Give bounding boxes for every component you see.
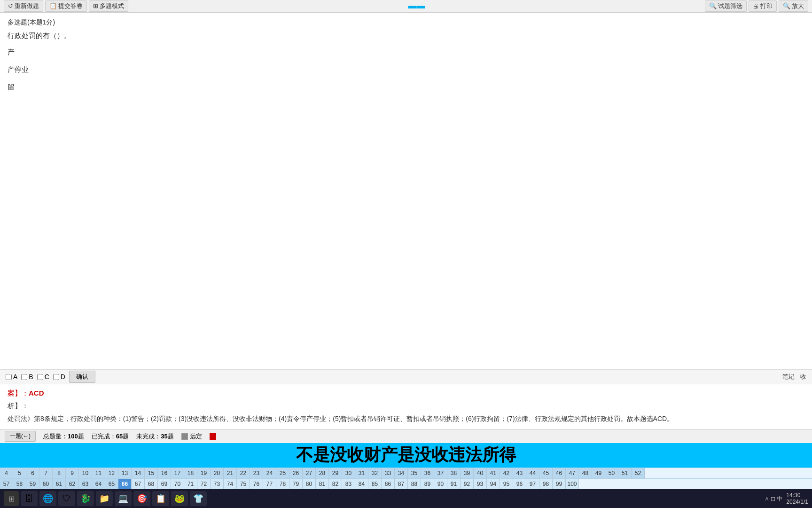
nav-num-35[interactable]: 35 <box>408 468 421 478</box>
nav-num-11[interactable]: 11 <box>92 468 105 478</box>
nav-num-98[interactable]: 98 <box>539 478 553 489</box>
nav-num-26[interactable]: 26 <box>289 468 303 478</box>
nav-num-30[interactable]: 30 <box>342 468 355 478</box>
nav-num-92[interactable]: 92 <box>461 478 474 489</box>
nav-num-64[interactable]: 64 <box>92 478 105 489</box>
nav-num-37[interactable]: 37 <box>434 468 447 478</box>
nav-num-63[interactable]: 63 <box>79 478 92 489</box>
nav-num-24[interactable]: 24 <box>263 468 276 478</box>
checkbox-b[interactable]: B <box>21 373 33 381</box>
zoom-button[interactable]: 🔍 放大 <box>779 0 808 12</box>
nav-num-60[interactable]: 60 <box>39 478 53 489</box>
nav-num-18[interactable]: 18 <box>184 468 197 478</box>
taskbar-app-8[interactable]: 📋 <box>152 491 169 506</box>
nav-num-5[interactable]: 5 <box>13 468 26 478</box>
filter-button[interactable]: 🔍 试题筛选 <box>705 0 747 12</box>
nav-num-31[interactable]: 31 <box>355 468 368 478</box>
nav-num-4[interactable]: 4 <box>0 468 13 478</box>
nav-num-89[interactable]: 89 <box>421 478 434 489</box>
prev-question-button[interactable]: 一题(←) <box>5 431 36 442</box>
nav-num-80[interactable]: 80 <box>303 478 316 489</box>
checkbox-a-input[interactable] <box>6 374 12 380</box>
nav-num-100[interactable]: 100 <box>566 478 579 489</box>
collect-button[interactable]: 收 <box>800 373 806 381</box>
nav-num-7[interactable]: 7 <box>39 468 53 478</box>
nav-num-8[interactable]: 8 <box>53 468 66 478</box>
nav-num-44[interactable]: 44 <box>526 468 539 478</box>
taskbar-app-2[interactable]: 🌐 <box>39 491 56 506</box>
nav-num-15[interactable]: 15 <box>145 468 158 478</box>
nav-num-68[interactable]: 68 <box>145 478 158 489</box>
nav-num-45[interactable]: 45 <box>539 468 553 478</box>
checkbox-d[interactable]: D <box>53 373 65 381</box>
taskbar-app-4[interactable]: 🐉 <box>77 491 94 506</box>
nav-num-91[interactable]: 91 <box>447 478 461 489</box>
taskbar-app-9[interactable]: 🐸 <box>171 491 188 506</box>
nav-num-46[interactable]: 46 <box>553 468 566 478</box>
print-button[interactable]: 🖨 打印 <box>749 0 777 12</box>
nav-num-78[interactable]: 78 <box>276 478 289 489</box>
submit-button[interactable]: 📋 提交答卷 <box>45 0 87 12</box>
note-button[interactable]: 笔记 <box>782 373 795 381</box>
checkbox-b-input[interactable] <box>21 374 27 380</box>
taskbar-app-1[interactable]: 🗄 <box>21 491 38 506</box>
nav-num-32[interactable]: 32 <box>368 468 382 478</box>
nav-num-40[interactable]: 40 <box>474 468 487 478</box>
taskbar-app-7[interactable]: 🎯 <box>133 491 150 506</box>
nav-num-52[interactable]: 52 <box>632 468 645 478</box>
nav-num-70[interactable]: 70 <box>171 478 184 489</box>
nav-num-28[interactable]: 28 <box>316 468 329 478</box>
nav-num-82[interactable]: 82 <box>329 478 342 489</box>
nav-num-65[interactable]: 65 <box>105 478 118 489</box>
nav-num-38[interactable]: 38 <box>447 468 461 478</box>
nav-num-13[interactable]: 13 <box>118 468 132 478</box>
nav-num-67[interactable]: 67 <box>132 478 145 489</box>
nav-num-43[interactable]: 43 <box>513 468 526 478</box>
nav-num-61[interactable]: 61 <box>53 478 66 489</box>
nav-num-10[interactable]: 10 <box>79 468 92 478</box>
nav-num-96[interactable]: 96 <box>513 478 526 489</box>
nav-num-36[interactable]: 36 <box>421 468 434 478</box>
nav-num-48[interactable]: 48 <box>579 468 592 478</box>
nav-num-72[interactable]: 72 <box>197 478 211 489</box>
nav-num-93[interactable]: 93 <box>474 478 487 489</box>
nav-num-22[interactable]: 22 <box>237 468 250 478</box>
checkbox-a[interactable]: A <box>6 373 17 381</box>
nav-num-34[interactable]: 34 <box>395 468 408 478</box>
nav-num-73[interactable]: 73 <box>211 478 224 489</box>
nav-num-20[interactable]: 20 <box>211 468 224 478</box>
nav-num-95[interactable]: 95 <box>500 478 513 489</box>
confirm-button[interactable]: 确认 <box>69 371 95 383</box>
nav-num-86[interactable]: 86 <box>382 478 395 489</box>
nav-num-21[interactable]: 21 <box>224 468 237 478</box>
nav-num-94[interactable]: 94 <box>487 478 500 489</box>
taskbar-app-6[interactable]: 💻 <box>115 491 132 506</box>
nav-num-23[interactable]: 23 <box>250 468 263 478</box>
nav-num-59[interactable]: 59 <box>26 478 39 489</box>
nav-num-17[interactable]: 17 <box>171 468 184 478</box>
nav-num-77[interactable]: 77 <box>263 478 276 489</box>
nav-num-16[interactable]: 16 <box>158 468 171 478</box>
nav-num-41[interactable]: 41 <box>487 468 500 478</box>
taskbar-app-10[interactable]: 👕 <box>190 491 207 506</box>
nav-num-33[interactable]: 33 <box>382 468 395 478</box>
nav-num-90[interactable]: 90 <box>434 478 447 489</box>
nav-num-66[interactable]: 66 <box>118 478 132 489</box>
nav-num-19[interactable]: 19 <box>197 468 211 478</box>
nav-num-47[interactable]: 47 <box>566 468 579 478</box>
nav-num-79[interactable]: 79 <box>289 478 303 489</box>
nav-num-85[interactable]: 85 <box>368 478 382 489</box>
taskbar-app-5[interactable]: 📁 <box>96 491 113 506</box>
nav-num-12[interactable]: 12 <box>105 468 118 478</box>
nav-num-25[interactable]: 25 <box>276 468 289 478</box>
nav-num-97[interactable]: 97 <box>526 478 539 489</box>
nav-num-62[interactable]: 62 <box>66 478 79 489</box>
nav-num-74[interactable]: 74 <box>224 478 237 489</box>
nav-num-76[interactable]: 76 <box>250 478 263 489</box>
checkbox-c-input[interactable] <box>37 374 43 380</box>
nav-num-87[interactable]: 87 <box>395 478 408 489</box>
multi-mode-button[interactable]: ⊞ 多题模式 <box>89 0 128 12</box>
nav-num-58[interactable]: 58 <box>13 478 26 489</box>
nav-num-57[interactable]: 57 <box>0 478 13 489</box>
nav-num-42[interactable]: 42 <box>500 468 513 478</box>
